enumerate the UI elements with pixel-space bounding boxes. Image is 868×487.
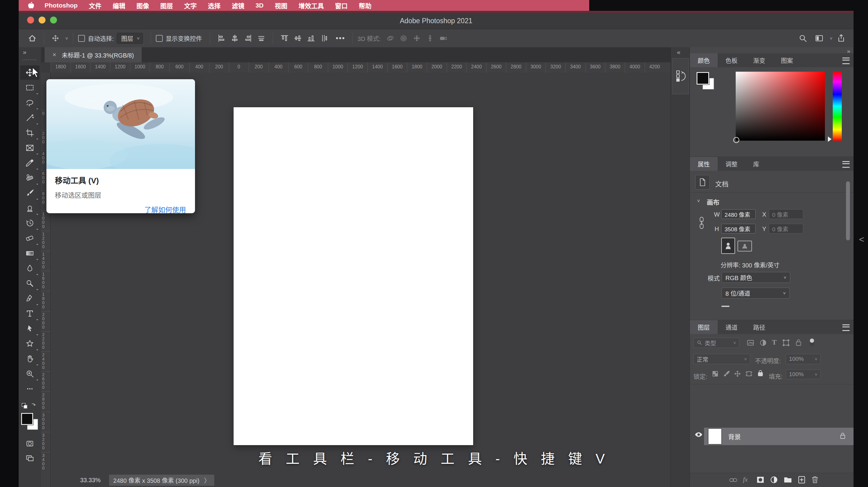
gradient-tool[interactable] bbox=[20, 246, 39, 261]
document-canvas[interactable] bbox=[234, 107, 473, 445]
share-icon[interactable] bbox=[837, 34, 846, 43]
new-layer-icon[interactable] bbox=[798, 476, 806, 485]
color-field-picker[interactable] bbox=[733, 137, 739, 143]
collapse-panel-chevron-icon[interactable]: < bbox=[859, 234, 864, 245]
filter-pixel-layers-icon[interactable] bbox=[747, 339, 754, 348]
width-field[interactable]: 2480 像素 bbox=[721, 209, 755, 219]
opacity-dropdown[interactable]: 100%˅ bbox=[786, 354, 821, 364]
foreground-background-swatches[interactable] bbox=[21, 412, 39, 431]
link-layers-icon[interactable] bbox=[729, 476, 738, 485]
tab-properties[interactable]: 属性 bbox=[690, 157, 718, 171]
brush-tool[interactable] bbox=[20, 186, 39, 200]
lock-image-pixels-icon[interactable] bbox=[723, 370, 730, 379]
move-tool-preset-icon[interactable] bbox=[52, 34, 59, 42]
layer-thumbnail[interactable] bbox=[708, 429, 721, 444]
menu-photoshop[interactable]: Photoshop bbox=[44, 2, 78, 9]
document-properties-icon[interactable] bbox=[695, 175, 710, 189]
layer-filter-type-dropdown[interactable]: 类型 ˅ bbox=[693, 337, 739, 348]
custom-shape-tool[interactable] bbox=[20, 336, 39, 351]
edit-toolbar-icon[interactable] bbox=[20, 382, 39, 396]
menu-view[interactable]: 视图 bbox=[275, 1, 287, 10]
zoom-level[interactable]: 33.33% bbox=[80, 477, 101, 484]
filter-smart-objects-icon[interactable] bbox=[795, 339, 803, 348]
tab-libraries[interactable]: 库 bbox=[745, 157, 767, 171]
add-layer-mask-icon[interactable] bbox=[756, 476, 765, 485]
blur-tool[interactable] bbox=[20, 261, 39, 275]
document-info[interactable]: 2480 像素 x 3508 像素 (300 ppi) 〉 bbox=[109, 475, 214, 486]
tab-layers[interactable]: 图层 bbox=[690, 320, 718, 334]
tool-preset-chevron-icon[interactable]: ˅ bbox=[65, 36, 68, 41]
filter-adjustment-layers-icon[interactable] bbox=[759, 339, 767, 348]
workspace-chevron-icon[interactable]: ˅ bbox=[830, 36, 832, 41]
x-field[interactable]: 0 像素 bbox=[769, 209, 803, 219]
hue-slider-arrow[interactable] bbox=[828, 136, 832, 142]
auto-select-target-dropdown[interactable]: 图层 ˅ bbox=[117, 33, 143, 44]
filter-type-layers-icon[interactable]: T bbox=[772, 338, 777, 346]
fill-dropdown[interactable]: 100%˅ bbox=[786, 369, 821, 379]
layer-lock-icon[interactable] bbox=[839, 432, 846, 441]
color-mode-dropdown[interactable]: RGB 颜色˅ bbox=[721, 272, 790, 283]
distribute-horizontal-icon[interactable] bbox=[257, 34, 266, 42]
rectangular-marquee-tool[interactable] bbox=[20, 80, 39, 95]
ruler-corner[interactable] bbox=[41, 62, 51, 73]
expand-panels-arrows[interactable]: « bbox=[677, 48, 680, 56]
document-tab[interactable]: × 未标题-1 @ 33.3%(RGB/8) bbox=[44, 47, 142, 62]
auto-select-checkbox[interactable] bbox=[78, 35, 85, 42]
learn-how-link[interactable]: 了解如何使用 bbox=[55, 204, 187, 213]
new-adjustment-layer-icon[interactable] bbox=[770, 476, 778, 485]
search-icon[interactable] bbox=[798, 34, 807, 43]
color-panel-swatches[interactable] bbox=[696, 72, 715, 90]
color-field[interactable] bbox=[736, 72, 825, 141]
horizontal-ruler[interactable]: 1800160014001200100080060040020002004006… bbox=[51, 62, 671, 73]
close-tab-icon[interactable]: × bbox=[53, 51, 56, 59]
menu-filter[interactable]: 滤镜 bbox=[232, 1, 244, 10]
layer-visibility-eye-icon[interactable] bbox=[694, 431, 703, 440]
filter-toggle-icon[interactable] bbox=[808, 337, 816, 349]
section-resize-dash[interactable] bbox=[721, 306, 730, 307]
layer-style-fx-icon[interactable]: fx bbox=[743, 476, 748, 483]
clone-stamp-tool[interactable] bbox=[20, 201, 39, 215]
align-right-edges-icon[interactable] bbox=[244, 34, 252, 42]
align-top-edges-icon[interactable] bbox=[280, 34, 289, 42]
eyedropper-tool[interactable] bbox=[20, 156, 39, 170]
menu-edit[interactable]: 编辑 bbox=[113, 1, 125, 10]
menu-help[interactable]: 帮助 bbox=[359, 1, 372, 10]
apple-logo-icon[interactable] bbox=[28, 1, 34, 9]
zoom-tool[interactable] bbox=[20, 366, 39, 381]
path-selection-tool[interactable] bbox=[20, 321, 39, 336]
status-chevron-icon[interactable]: 〉 bbox=[204, 477, 210, 484]
height-field[interactable]: 3508 像素 bbox=[721, 224, 755, 233]
dodge-tool[interactable] bbox=[20, 276, 39, 291]
toolbar-grip[interactable] bbox=[22, 59, 36, 60]
history-panel-icon[interactable] bbox=[672, 58, 689, 94]
eraser-tool[interactable] bbox=[20, 231, 39, 246]
tab-patterns[interactable]: 图案 bbox=[773, 53, 801, 67]
menu-type[interactable]: 文字 bbox=[184, 1, 197, 10]
menu-file[interactable]: 文件 bbox=[89, 1, 101, 10]
bit-depth-dropdown[interactable]: 8 位/通道˅ bbox=[721, 288, 789, 298]
history-brush-tool[interactable] bbox=[20, 216, 39, 230]
y-field[interactable]: 0 像素 bbox=[769, 224, 803, 233]
lasso-tool[interactable] bbox=[20, 95, 39, 110]
menu-image[interactable]: 图像 bbox=[136, 1, 149, 10]
pen-tool[interactable] bbox=[20, 291, 39, 306]
canvas-section-chevron-icon[interactable]: ˅ bbox=[697, 198, 700, 204]
align-bottom-edges-icon[interactable] bbox=[307, 34, 315, 42]
menu-plugins[interactable]: 增效工具 bbox=[299, 1, 324, 10]
align-left-edges-icon[interactable] bbox=[217, 34, 226, 42]
lock-transparent-pixels-icon[interactable] bbox=[712, 370, 719, 379]
window-titlebar[interactable]: Adobe Photoshop 2021 bbox=[19, 13, 854, 29]
tab-adjustments[interactable]: 调整 bbox=[718, 157, 745, 171]
layers-panel-menu-icon[interactable] bbox=[842, 324, 849, 331]
new-group-folder-icon[interactable] bbox=[783, 476, 792, 485]
menu-layer[interactable]: 图层 bbox=[160, 1, 173, 10]
lock-artboard-icon[interactable] bbox=[745, 370, 752, 379]
tab-gradients[interactable]: 渐变 bbox=[745, 53, 773, 67]
home-icon[interactable] bbox=[28, 34, 37, 43]
hue-slider[interactable] bbox=[833, 72, 842, 141]
more-align-options-icon[interactable]: ••• bbox=[336, 34, 345, 42]
foreground-color-swatch[interactable] bbox=[21, 413, 33, 425]
menu-select[interactable]: 选择 bbox=[208, 1, 221, 10]
background-layer-row[interactable]: 背景 bbox=[704, 428, 854, 445]
menu-3d[interactable]: 3D bbox=[255, 2, 264, 9]
